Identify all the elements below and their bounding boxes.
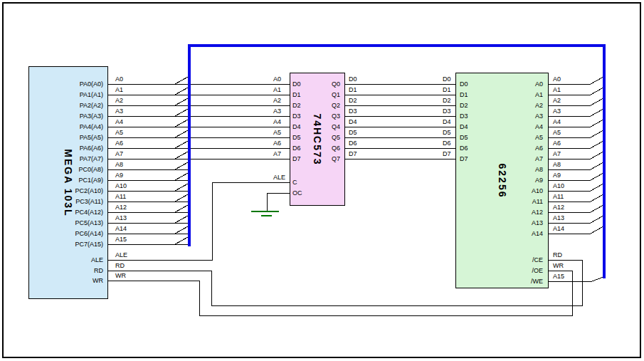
latch-pin-label: OC [292, 188, 302, 199]
net-label: A3 [273, 105, 281, 116]
net-label: D1 [349, 84, 357, 95]
net-label: A4 [553, 116, 564, 127]
mega-pin-label: RD [30, 266, 105, 276]
net-label: ALE [115, 249, 127, 260]
mega-pin-label: PA6(A6) [30, 143, 105, 154]
net-label: A12 [115, 202, 127, 212]
sram-pin-label: A1 [460, 90, 545, 100]
latch-pin-label: Q1 [292, 90, 342, 100]
mega-pin-label: PA7(A7) [30, 154, 105, 164]
net-label: A7 [553, 148, 564, 159]
net-label: D6 [443, 137, 451, 148]
sram-pin-label: /WE [460, 276, 545, 287]
net-label: A5 [115, 127, 127, 137]
sram-addr-net-labels: A0A1A2A3A4A5A6A7A8A9A10A11A12A13A14 [553, 73, 564, 234]
latch-pin-label: Q3 [292, 111, 342, 122]
mega-pin-label: PC4(A12) [30, 207, 105, 218]
sram-pin-label: /CE [460, 255, 545, 266]
sram-pin-label: A10 [460, 186, 545, 197]
schematic-canvas: { "colors": { "mega_fill": "#d1eaf8", "l… [0, 0, 644, 361]
net-label: A7 [273, 148, 281, 159]
net-label: A6 [553, 137, 564, 148]
sram-pin-label: A2 [460, 100, 545, 111]
net-label: WR [553, 260, 564, 271]
latch-output-pin-labels: Q0Q1Q2Q3Q4Q5Q6Q7 [292, 79, 342, 164]
net-label: A8 [115, 159, 127, 169]
sram-pin-label: /OE [460, 266, 545, 276]
net-label: A9 [115, 169, 127, 180]
net-label: A8 [553, 159, 564, 169]
latch-pin-label: Q2 [292, 100, 342, 111]
latch-pin-label: Q4 [292, 122, 342, 132]
net-label: D7 [349, 148, 357, 159]
net-label: D3 [349, 105, 357, 116]
net-label: A10 [115, 180, 127, 191]
net-label: RD [553, 249, 562, 260]
latch-pin-label: C [292, 177, 297, 188]
mega-pin-label: ALE [30, 255, 105, 266]
mega-pin-label: PA0(A0) [30, 79, 105, 90]
latch-data-net-labels: D0D1D2D3D4D5D6D7 [349, 73, 357, 159]
mega-pin-label: PA1(A1) [30, 90, 105, 100]
mega-pin-label: PA4(A4) [30, 122, 105, 132]
net-label: A1 [115, 84, 127, 95]
mega-pin-label: PA5(A5) [30, 132, 105, 143]
latch-input-net-labels: A0A1A2A3A4A5A6A7 [273, 73, 281, 159]
net-label: D6 [349, 137, 357, 148]
sram-pin-label: A7 [460, 154, 545, 164]
net-label: A12 [553, 202, 564, 212]
mega-pin-label: PC7(A15) [30, 239, 105, 250]
sram-pin-label: A13 [460, 218, 545, 229]
net-label: A7 [115, 148, 127, 159]
latch-pin-label: Q5 [292, 132, 342, 143]
net-label: D2 [349, 95, 357, 105]
mega-pin-label: PC1(A9) [30, 175, 105, 186]
sram-pin-label: A4 [460, 122, 545, 132]
net-label: A13 [553, 212, 564, 223]
sram-pin-label: A8 [460, 164, 545, 175]
net-label: A3 [553, 105, 564, 116]
net-label: A6 [273, 137, 281, 148]
mega-pin-label: PC0(A8) [30, 164, 105, 175]
mega-pin-label: WR [30, 276, 105, 286]
sram-data-net-labels: D0D1D2D3D4D5D6D7 [443, 73, 451, 159]
net-label: D5 [443, 127, 451, 137]
net-label: A11 [553, 191, 564, 202]
net-label: A14 [553, 223, 564, 234]
latch-pin-label: Q7 [292, 154, 342, 164]
net-label: A0 [273, 73, 281, 84]
net-label: A15 [553, 271, 564, 281]
mega-pin-label: PC6(A14) [30, 229, 105, 239]
net-label: A15 [115, 234, 127, 244]
net-label: D4 [443, 116, 451, 127]
sram-pin-label: A12 [460, 207, 545, 218]
mega-pin-label: PC5(A13) [30, 218, 105, 229]
sram-pin-label: A6 [460, 143, 545, 154]
sram-pin-label: A5 [460, 132, 545, 143]
mega-pin-label: PC2(A10) [30, 186, 105, 197]
sram-pin-label: A14 [460, 229, 545, 239]
net-label: A9 [553, 169, 564, 180]
net-label: A14 [115, 223, 127, 234]
net-label: A3 [115, 105, 127, 116]
net-label: A10 [553, 180, 564, 191]
net-label: D5 [349, 127, 357, 137]
net-label: A13 [115, 212, 127, 223]
net-label: RD [115, 260, 125, 271]
latch-pin-label: Q6 [292, 143, 342, 154]
net-label: D3 [443, 105, 451, 116]
net-label: D2 [443, 95, 451, 105]
sram-pin-label: A11 [460, 197, 545, 207]
net-label: D0 [349, 73, 357, 84]
net-label: A2 [273, 95, 281, 105]
net-label: A2 [553, 95, 564, 105]
net-label: A11 [115, 191, 127, 202]
mega-pin-label: PA3(A3) [30, 111, 105, 122]
sram-pin-label: A0 [460, 79, 545, 90]
mega-pin-label: PA2(A2) [30, 100, 105, 111]
net-label: A4 [273, 116, 281, 127]
sram-pin-label: A3 [460, 111, 545, 122]
latch-pin-label: Q0 [292, 79, 342, 90]
net-label: A1 [553, 84, 564, 95]
net-label: A1 [273, 84, 281, 95]
